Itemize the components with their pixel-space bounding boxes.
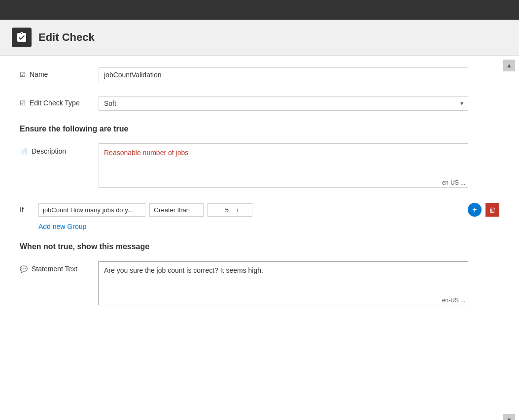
scroll-up-button[interactable]: ▲: [503, 60, 515, 71]
check-clipboard-icon: [16, 32, 28, 43]
page-title: Edit Check: [38, 31, 95, 44]
decrement-button[interactable]: −: [242, 205, 252, 215]
statement-text-control: Are you sure the job count is correct? I…: [99, 261, 468, 307]
description-control: Reasonable number of jobs en-US ...: [99, 143, 468, 189]
number-wrapper: + −: [208, 203, 252, 217]
statement-text-icon: 💬: [20, 265, 28, 273]
edit-check-type-wrapper: Soft Hard Warning ▾: [99, 96, 468, 111]
when-section-title: When not true, show this message: [20, 242, 499, 251]
description-textarea[interactable]: Reasonable number of jobs: [99, 143, 468, 188]
condition-value-input[interactable]: [208, 204, 233, 216]
name-label: ☑ Name: [20, 67, 99, 78]
if-row: If jobCount How many jobs do y... jobCou…: [20, 203, 499, 217]
name-input[interactable]: [99, 67, 468, 82]
scroll-down-button[interactable]: ▼: [503, 414, 515, 420]
add-condition-button[interactable]: +: [468, 203, 482, 217]
if-label: If: [20, 206, 35, 214]
name-field-row: ☑ Name: [20, 67, 499, 82]
condition-operator-select[interactable]: Greater than Less than Equal to: [149, 203, 204, 217]
description-label: 📄 Description: [20, 143, 99, 155]
statement-locale-badge: en-US ...: [442, 297, 465, 304]
header-icon: [12, 28, 32, 47]
increment-button[interactable]: +: [233, 205, 242, 215]
ensure-section-title: Ensure the following are true: [20, 125, 499, 133]
edit-check-type-control: Soft Hard Warning ▾: [99, 96, 468, 111]
name-field-control: [99, 67, 468, 82]
add-new-group-button[interactable]: Add new Group: [38, 223, 86, 230]
condition-field-select[interactable]: jobCount How many jobs do y... jobCount: [38, 203, 145, 217]
description-locale-badge: en-US ...: [442, 179, 465, 186]
name-icon: ☑: [20, 71, 26, 78]
statement-text-label: 💬 Statement Text: [20, 261, 99, 273]
edit-check-type-label: ☑ Edit Check Type: [20, 96, 99, 107]
add-group-row: Add new Group: [20, 223, 499, 230]
delete-condition-button[interactable]: 🗑: [485, 203, 499, 217]
main-container: Edit Check ▲ ☑ Name ☑ Edit Check Type: [0, 20, 519, 420]
edit-check-type-icon: ☑: [20, 99, 26, 107]
description-icon: 📄: [20, 148, 28, 155]
description-row: 📄 Description Reasonable number of jobs …: [20, 143, 499, 189]
edit-check-type-row: ☑ Edit Check Type Soft Hard Warning ▾: [20, 96, 499, 111]
statement-text-textarea[interactable]: Are you sure the job count is correct? I…: [99, 261, 468, 305]
if-section: If jobCount How many jobs do y... jobCou…: [20, 203, 499, 230]
condition-operator-wrapper: Greater than Less than Equal to: [149, 203, 204, 217]
edit-check-type-select[interactable]: Soft Hard Warning: [99, 96, 468, 111]
content-area: ▲ ☑ Name ☑ Edit Check Type Soft Hard: [0, 56, 519, 420]
page-header: Edit Check: [0, 20, 519, 56]
condition-field-wrapper: jobCount How many jobs do y... jobCount: [38, 203, 145, 217]
statement-text-row: 💬 Statement Text Are you sure the job co…: [20, 261, 499, 307]
